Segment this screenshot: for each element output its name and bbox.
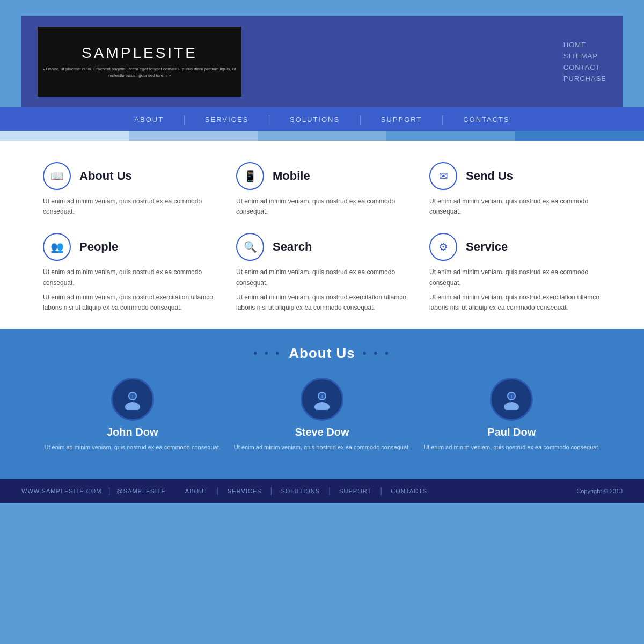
footer-nav-about[interactable]: ABOUT <box>177 488 217 494</box>
feature-send-us-header: ✉ Send Us <box>429 162 601 190</box>
color-bar-5 <box>515 131 644 141</box>
about-dots-left: • • • <box>253 347 281 360</box>
feature-about-us-text: Ut enim ad minim veniam, quis nostrud ex… <box>43 196 215 217</box>
feature-people: 👥 People Ut enim ad minim veniam, quis n… <box>43 233 215 313</box>
about-header: • • • About Us • • • <box>43 345 601 362</box>
people-grid: i John Dow Ut enim ad minim veniam, quis… <box>43 378 601 452</box>
person-steve: i Steve Dow Ut enim ad minim veniam, qui… <box>232 378 411 452</box>
about-section-title: About Us <box>289 345 355 362</box>
svg-point-9 <box>504 402 519 410</box>
about-dots-right: • • • <box>363 347 391 360</box>
footer-nav-services[interactable]: SERVICES <box>219 488 270 494</box>
search-icon: 🔍 <box>236 233 264 261</box>
header-inner: SAMPLESITE • Donec, ut placerat nulla. P… <box>21 16 623 107</box>
feature-send-us-text: Ut enim ad minim veniam, quis nostrud ex… <box>429 196 601 217</box>
person-steve-text: Ut enim ad minim veniam, quis nostrud ex… <box>234 443 410 452</box>
send-us-icon: ✉ <box>429 162 457 190</box>
footer-nav: ABOUT | SERVICES | SOLUTIONS | SUPPORT |… <box>177 486 436 496</box>
feature-people-title: People <box>79 240 118 254</box>
feature-search: 🔍 Search Ut enim ad minim veniam, quis n… <box>236 233 408 313</box>
feature-people-extra: Ut enim ad minim veniam, quis nostrud ex… <box>43 292 215 313</box>
footer-nav-solutions[interactable]: SOLUTIONS <box>272 488 328 494</box>
nav-support[interactable]: SUPPORT <box>362 115 442 123</box>
person-steve-name: Steve Dow <box>295 426 349 438</box>
footer-nav-contacts[interactable]: CONTACTS <box>382 488 436 494</box>
person-paul-text: Ut enim ad minim veniam, quis nostrud ex… <box>423 443 599 452</box>
header-nav-contact[interactable]: CONTACT <box>564 63 601 71</box>
person-john: i John Dow Ut enim ad minim veniam, quis… <box>43 378 222 452</box>
nav-services[interactable]: SERVICES <box>186 115 268 123</box>
header: SAMPLESITE • Donec, ut placerat nulla. P… <box>0 0 644 107</box>
feature-search-extra: Ut enim ad minim veniam, quis nostrud ex… <box>236 292 408 313</box>
feature-send-us: ✉ Send Us Ut enim ad minim veniam, quis … <box>429 162 601 217</box>
feature-people-header: 👥 People <box>43 233 215 261</box>
feature-search-header: 🔍 Search <box>236 233 408 261</box>
feature-about-us: 📖 About Us Ut enim ad minim veniam, quis… <box>43 162 215 217</box>
person-paul: i Paul Dow Ut enim ad minim veniam, quis… <box>422 378 601 452</box>
main-navbar: ABOUT | SERVICES | SOLUTIONS | SUPPORT |… <box>0 107 644 131</box>
person-paul-avatar: i <box>490 378 533 421</box>
footer-copyright: Copyright © 2013 <box>576 488 623 494</box>
service-icon: ⚙ <box>429 233 457 261</box>
feature-about-us-header: 📖 About Us <box>43 162 215 190</box>
nav-solutions[interactable]: SOLUTIONS <box>270 115 359 123</box>
feature-mobile-text: Ut enim ad minim veniam, quis nostrud ex… <box>236 196 408 217</box>
feature-service-extra: Ut enim ad minim veniam, quis nostrud ex… <box>429 292 601 313</box>
footer: WWW.SAMPLESITE.COM | @SAMPLESITE ABOUT |… <box>0 479 644 503</box>
logo-subtitle: • Donec, ut placerat nulla. Praesent sag… <box>38 66 241 79</box>
mobile-icon: 📱 <box>236 162 264 190</box>
feature-mobile: 📱 Mobile Ut enim ad minim veniam, quis n… <box>236 162 408 217</box>
feature-mobile-header: 📱 Mobile <box>236 162 408 190</box>
nav-about[interactable]: ABOUT <box>115 115 183 123</box>
svg-text:i: i <box>321 393 323 399</box>
feature-service-text: Ut enim ad minim veniam, quis nostrud ex… <box>429 267 601 288</box>
feature-about-us-title: About Us <box>79 169 132 183</box>
about-us-icon: 📖 <box>43 162 71 190</box>
features-grid: 📖 About Us Ut enim ad minim veniam, quis… <box>43 162 601 313</box>
svg-point-1 <box>125 402 140 410</box>
color-bars <box>0 131 644 141</box>
feature-send-us-title: Send Us <box>466 169 513 183</box>
footer-website: WWW.SAMPLESITE.COM <box>21 488 101 494</box>
color-bar-4 <box>386 131 515 141</box>
color-bar-2 <box>129 131 258 141</box>
feature-search-text: Ut enim ad minim veniam, quis nostrud ex… <box>236 267 408 288</box>
footer-sep-1: | <box>108 486 110 496</box>
person-john-name: John Dow <box>107 426 158 438</box>
header-nav-sitemap[interactable]: SITEMAP <box>564 52 598 60</box>
feature-people-text: Ut enim ad minim veniam, quis nostrud ex… <box>43 267 215 288</box>
person-paul-name: Paul Dow <box>487 426 536 438</box>
person-john-avatar: i <box>111 378 154 421</box>
main-content: 📖 About Us Ut enim ad minim veniam, quis… <box>0 141 644 329</box>
logo-box: SAMPLESITE • Donec, ut placerat nulla. P… <box>38 27 241 97</box>
person-john-text: Ut enim ad minim veniam, quis nostrud ex… <box>45 443 221 452</box>
header-nav-home[interactable]: HOME <box>564 41 587 49</box>
person-steve-avatar: i <box>301 378 343 421</box>
footer-social: @SAMPLESITE <box>117 488 166 494</box>
svg-text:i: i <box>511 393 512 399</box>
color-bar-3 <box>258 131 386 141</box>
feature-service-title: Service <box>466 240 508 254</box>
header-nav-purchase[interactable]: PURCHASE <box>564 75 606 83</box>
feature-mobile-title: Mobile <box>273 169 310 183</box>
svg-point-5 <box>314 402 330 410</box>
logo-title: SAMPLESITE <box>82 45 197 62</box>
feature-search-title: Search <box>273 240 312 254</box>
svg-text:i: i <box>132 393 133 399</box>
people-icon: 👥 <box>43 233 71 261</box>
color-bar-1 <box>0 131 129 141</box>
nav-contacts[interactable]: CONTACTS <box>444 115 529 123</box>
feature-service-header: ⚙ Service <box>429 233 601 261</box>
footer-nav-support[interactable]: SUPPORT <box>331 488 380 494</box>
about-section: • • • About Us • • • i John Dow Ut enim … <box>0 329 644 479</box>
header-nav: HOME SITEMAP CONTACT PURCHASE <box>564 41 606 83</box>
feature-service: ⚙ Service Ut enim ad minim veniam, quis … <box>429 233 601 313</box>
